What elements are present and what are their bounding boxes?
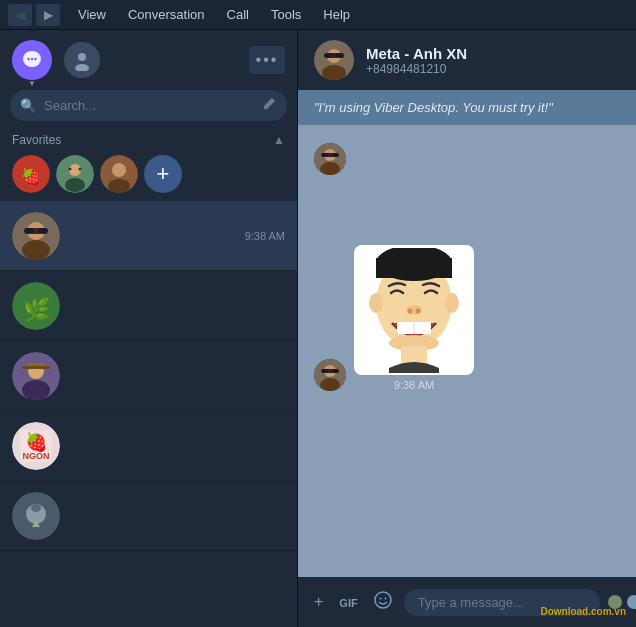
conversation-item-1[interactable]: 9:38 AM [0, 201, 297, 271]
nav-back-button[interactable]: ◀ [8, 4, 32, 26]
conversation-item-3[interactable] [0, 341, 297, 411]
svg-point-68 [375, 592, 391, 608]
conv-info-1 [70, 235, 245, 237]
conv-meta-1: 9:38 AM [245, 230, 285, 242]
fav-avatar-2[interactable] [56, 155, 94, 193]
svg-rect-28 [22, 366, 50, 369]
search-input[interactable] [44, 98, 253, 113]
sidebar-header: ••• [0, 30, 297, 90]
conversation-item-4[interactable]: 🍓 NGON [0, 411, 297, 481]
svg-point-12 [79, 168, 82, 171]
svg-point-11 [69, 168, 72, 171]
message-avatar-2 [314, 359, 346, 391]
favorites-section: Favorites ▲ 🍓 [0, 129, 297, 201]
svg-point-10 [65, 178, 85, 192]
conv-avatar-2: 🌿 [12, 282, 60, 330]
svg-rect-47 [332, 153, 339, 157]
svg-point-70 [384, 598, 386, 600]
svg-point-59 [369, 293, 383, 313]
profile-icon[interactable] [64, 42, 100, 78]
svg-text:NGON: NGON [23, 450, 50, 460]
add-favorite-button[interactable]: + [144, 155, 182, 193]
conversation-list: 9:38 AM 🌿 [0, 201, 297, 627]
favorites-header: Favorites ▲ [12, 133, 285, 147]
chat-panel: Meta - Anh XN +84984481210 "I'm using Vi… [298, 30, 636, 627]
message-input[interactable] [404, 589, 600, 616]
svg-point-69 [379, 598, 381, 600]
menu-view[interactable]: View [68, 3, 116, 26]
dot-1 [608, 595, 622, 609]
conv-info-3 [70, 375, 285, 377]
message-avatar-1 [314, 143, 346, 175]
menu-conversation[interactable]: Conversation [118, 3, 215, 26]
conv-time-1: 9:38 AM [245, 230, 285, 242]
svg-rect-52 [322, 369, 329, 373]
favorites-avatars: 🍓 [12, 155, 285, 193]
invite-banner: "I'm using Viber Desktop. You must try i… [298, 90, 636, 125]
svg-point-5 [75, 64, 89, 71]
conv-avatar-4: 🍓 NGON [12, 422, 60, 470]
svg-point-4 [78, 53, 86, 61]
emoji-button[interactable] [370, 589, 396, 615]
menu-items: View Conversation Call Tools Help [68, 3, 360, 26]
chat-input-bar: + GIF [298, 577, 636, 627]
fav-avatar-3[interactable] [100, 155, 138, 193]
contact-name: Meta - Anh XN [366, 45, 620, 62]
menu-call[interactable]: Call [217, 3, 259, 26]
chat-messages: 9:38 AM [298, 125, 636, 577]
favorites-label: Favorites [12, 133, 61, 147]
compose-icon[interactable] [261, 96, 277, 115]
message-row-1 [314, 135, 620, 175]
conv-info-5 [70, 515, 285, 517]
conversation-item-2[interactable]: 🌿 [0, 271, 297, 341]
more-options-button[interactable]: ••• [249, 46, 285, 74]
svg-rect-19 [25, 228, 34, 233]
sidebar: ••• 🔍 Favorites ▲ 🍓 [0, 30, 298, 627]
main-layout: ••• 🔍 Favorites ▲ 🍓 [0, 30, 636, 627]
menu-help[interactable]: Help [313, 3, 360, 26]
favorites-collapse-button[interactable]: ▲ [273, 133, 285, 147]
svg-rect-58 [376, 258, 452, 278]
conv-info-2 [70, 305, 285, 307]
svg-rect-53 [332, 369, 339, 373]
invite-message: "I'm using Viber Desktop. You must try i… [314, 100, 553, 115]
svg-rect-40 [325, 53, 333, 58]
svg-point-63 [416, 308, 421, 313]
gif-button[interactable]: GIF [335, 591, 361, 613]
fav-avatar-1[interactable]: 🍓 [12, 155, 50, 193]
message-time: 9:38 AM [394, 379, 434, 391]
contact-phone: +84984481210 [366, 62, 620, 76]
search-bar: 🔍 [10, 90, 287, 121]
dot-2 [627, 595, 636, 609]
svg-point-21 [22, 240, 50, 260]
menu-tools[interactable]: Tools [261, 3, 311, 26]
chat-icon[interactable] [12, 40, 52, 80]
svg-point-62 [408, 308, 413, 313]
svg-rect-46 [322, 153, 329, 157]
add-attachment-button[interactable]: + [310, 591, 327, 613]
svg-point-1 [27, 58, 30, 61]
sticker-message: 9:38 AM [354, 245, 474, 391]
svg-text:🍓: 🍓 [21, 167, 41, 186]
svg-point-60 [445, 293, 459, 313]
nav-forward-button[interactable]: ▶ [36, 4, 60, 26]
conv-avatar-3 [12, 352, 60, 400]
svg-point-14 [112, 163, 126, 177]
svg-point-26 [22, 380, 50, 400]
svg-text:🌿: 🌿 [23, 295, 51, 322]
message-row-2: 9:38 AM [314, 245, 620, 391]
gif-label: GIF [339, 597, 357, 609]
conversation-item-5[interactable] [0, 481, 297, 551]
chat-header-avatar [314, 40, 354, 80]
menu-bar: ◀ ▶ View Conversation Call Tools Help [0, 0, 636, 30]
search-icon: 🔍 [20, 98, 36, 113]
conv-avatar-5 [12, 492, 60, 540]
chat-header: Meta - Anh XN +84984481210 [298, 30, 636, 90]
conv-info-4 [70, 445, 285, 447]
chat-header-info: Meta - Anh XN +84984481210 [366, 45, 620, 76]
svg-rect-41 [335, 53, 343, 58]
svg-point-15 [108, 179, 130, 193]
svg-point-2 [31, 58, 34, 61]
svg-point-3 [34, 58, 37, 61]
svg-point-35 [31, 504, 41, 512]
